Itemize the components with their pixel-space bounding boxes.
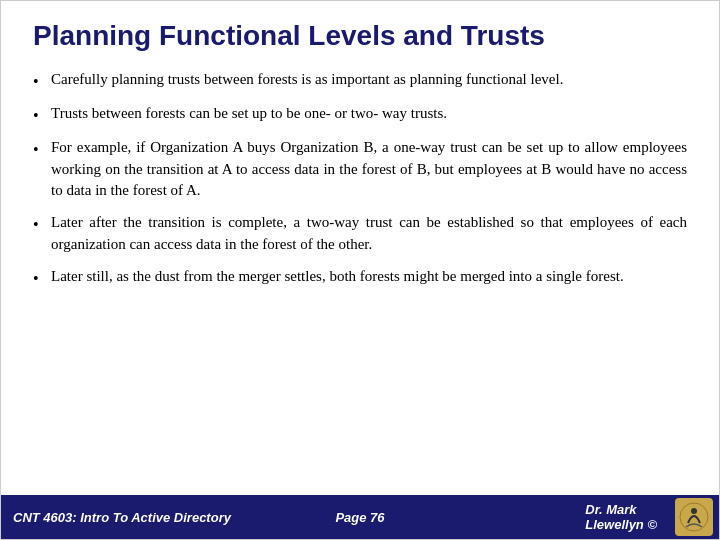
- list-item: •Later after the transition is complete,…: [33, 212, 687, 256]
- list-item: •Later still, as the dust from the merge…: [33, 266, 687, 290]
- bullet-text: Later after the transition is complete, …: [51, 212, 687, 256]
- bullet-dot: •: [33, 70, 51, 93]
- bullet-dot: •: [33, 104, 51, 127]
- bullet-text: Trusts between forests can be set up to …: [51, 103, 687, 125]
- bullet-dot: •: [33, 267, 51, 290]
- bullet-dot: •: [33, 213, 51, 236]
- list-item: •Trusts between forests can be set up to…: [33, 103, 687, 127]
- bullet-text: For example, if Organization A buys Orga…: [51, 137, 687, 202]
- list-item: •Carefully planning trusts between fores…: [33, 69, 687, 93]
- bullet-text: Carefully planning trusts between forest…: [51, 69, 687, 91]
- footer-course: CNT 4603: Intro To Active Directory: [13, 510, 585, 525]
- footer-author: Dr. MarkLlewellyn ©: [585, 502, 657, 532]
- bullet-text: Later still, as the dust from the merger…: [51, 266, 687, 288]
- slide-title: Planning Functional Levels and Trusts: [33, 19, 687, 53]
- list-item: •For example, if Organization A buys Org…: [33, 137, 687, 202]
- slide-container: Planning Functional Levels and Trusts •C…: [0, 0, 720, 540]
- bullet-dot: •: [33, 138, 51, 161]
- slide-footer: CNT 4603: Intro To Active Directory Page…: [1, 495, 719, 539]
- bullet-list: •Carefully planning trusts between fores…: [33, 69, 687, 290]
- slide-content: Planning Functional Levels and Trusts •C…: [1, 1, 719, 495]
- footer-logo: [675, 498, 713, 536]
- svg-point-1: [691, 508, 697, 514]
- footer-page: Page 76: [335, 510, 384, 525]
